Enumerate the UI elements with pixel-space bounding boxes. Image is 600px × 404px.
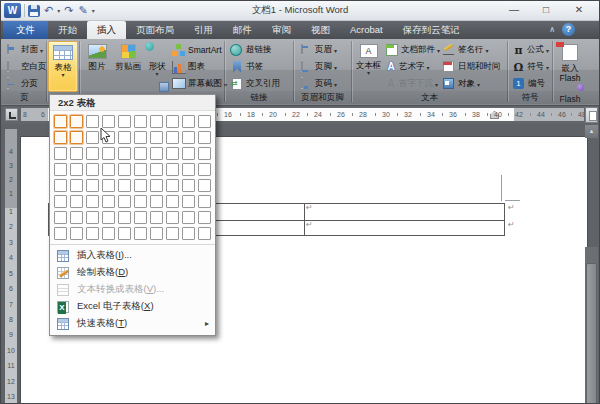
save-icon[interactable] (28, 5, 40, 17)
cover-page-button[interactable]: 封面 ▾ (3, 42, 49, 58)
table-grid-cell[interactable] (134, 227, 147, 240)
vertical-ruler[interactable]: 432112345678910111213 (5, 129, 17, 404)
table-grid-cell[interactable] (198, 131, 211, 144)
table-grid-cell[interactable] (150, 227, 163, 240)
clipart-button[interactable]: 剪贴画 (113, 41, 143, 92)
page-number-button[interactable]: 页码 ▾ (297, 76, 339, 92)
table-grid-cell[interactable] (102, 211, 115, 224)
table-grid-cell[interactable] (166, 195, 179, 208)
tab-stop-selector[interactable] (5, 108, 18, 121)
table-grid-cell[interactable] (102, 179, 115, 192)
signature-line-button[interactable]: 签名行 ▾ (440, 42, 503, 58)
tab-view[interactable]: 视图 (301, 21, 340, 39)
help-icon[interactable]: ? (562, 23, 575, 36)
table-grid-cell[interactable] (150, 131, 163, 144)
table-grid-cell[interactable] (70, 195, 83, 208)
table-grid-cell[interactable] (54, 195, 67, 208)
table-grid-cell[interactable] (198, 211, 211, 224)
table-grid-cell[interactable] (54, 179, 67, 192)
table-grid-cell[interactable] (134, 179, 147, 192)
table-grid-cell[interactable] (54, 163, 67, 176)
table-grid-cell[interactable] (86, 115, 99, 128)
wordart-button[interactable]: A 艺术字 ▾ (383, 59, 442, 75)
table-grid-cell[interactable] (118, 227, 131, 240)
table-grid-cell[interactable] (198, 179, 211, 192)
header-button[interactable]: 页眉 ▾ (297, 42, 339, 58)
tab-page-layout[interactable]: 页面布局 (126, 21, 184, 39)
table-grid-cell[interactable] (134, 211, 147, 224)
table-grid-cell[interactable] (166, 163, 179, 176)
table-grid-cell[interactable] (134, 195, 147, 208)
object-button[interactable]: 对象 ▾ (440, 76, 503, 92)
collapse-ribbon-icon[interactable]: ∧ (549, 25, 555, 34)
table-grid-cell[interactable] (134, 163, 147, 176)
scroll-up-button[interactable]: ▲ (585, 125, 598, 138)
undo-dropdown-arrow-icon[interactable]: ▾ (57, 7, 60, 14)
table-grid-cell[interactable] (150, 195, 163, 208)
table-grid-cell[interactable] (182, 163, 195, 176)
tab-acrobat[interactable]: Acrobat (340, 21, 393, 39)
tab-cloud-notes[interactable]: 保存到云笔记 (393, 21, 470, 39)
table-grid-cell[interactable] (54, 227, 67, 240)
table-grid-cell[interactable] (86, 163, 99, 176)
tab-references[interactable]: 引用 (184, 21, 223, 39)
table-grid-cell[interactable] (150, 147, 163, 160)
table-grid-cell[interactable] (102, 227, 115, 240)
table-grid-cell[interactable] (150, 163, 163, 176)
text-box-button[interactable]: A 文本框 ▾ (355, 41, 382, 92)
table-grid-cell[interactable] (86, 179, 99, 192)
close-button[interactable]: ✕ (564, 1, 594, 20)
table-grid-cell[interactable] (134, 147, 147, 160)
table-grid-cell[interactable] (54, 211, 67, 224)
table-grid-cell[interactable] (182, 195, 195, 208)
date-time-button[interactable]: 日期和时间 (440, 59, 503, 75)
table-grid-cell[interactable] (54, 131, 67, 144)
menu-item[interactable]: Excel 电子表格(X) (50, 298, 215, 315)
table-grid-cell[interactable] (166, 211, 179, 224)
tab-file[interactable]: 文件 (3, 21, 48, 39)
table-grid-cell[interactable] (118, 131, 131, 144)
table-grid-cell[interactable] (118, 115, 131, 128)
table-grid-cell[interactable] (118, 211, 131, 224)
table-grid-cell[interactable] (198, 115, 211, 128)
redo-button[interactable]: ↷ (63, 3, 74, 18)
table-grid-cell[interactable] (134, 115, 147, 128)
table-grid-cell[interactable] (166, 227, 179, 240)
table-grid-cell[interactable] (166, 179, 179, 192)
table-grid-cell[interactable] (102, 147, 115, 160)
tab-review[interactable]: 审阅 (262, 21, 301, 39)
bookmark-button[interactable]: 书签 (228, 59, 282, 75)
chart-button[interactable]: 图表 (170, 59, 229, 75)
table-grid-cell[interactable] (182, 147, 195, 160)
quick-parts-button[interactable]: 文档部件 ▾ (383, 42, 442, 58)
pen-addin-button[interactable]: ✎ (77, 3, 88, 18)
table-grid-cell[interactable] (182, 227, 195, 240)
equation-button[interactable]: π 公式 ▾ (510, 42, 551, 58)
customize-qat-arrow-icon[interactable]: ▾ (92, 7, 95, 14)
view-ruler-toggle-button[interactable] (585, 107, 598, 123)
table-grid-cell[interactable] (182, 115, 195, 128)
undo-button[interactable]: ↶ (43, 3, 54, 18)
cross-reference-button[interactable]: 交叉引用 (228, 76, 282, 92)
table-grid-cell[interactable] (70, 211, 83, 224)
table-grid-cell[interactable] (150, 179, 163, 192)
word-logo-icon[interactable]: W (4, 3, 21, 18)
table-grid-cell[interactable] (182, 211, 195, 224)
shapes-button[interactable]: 形状 ▾ (144, 41, 170, 92)
table-grid-cell[interactable] (86, 195, 99, 208)
table-grid-cell[interactable] (70, 163, 83, 176)
smartart-button[interactable]: SmartArt (170, 42, 229, 58)
footer-button[interactable]: 页脚 ▾ (297, 59, 339, 75)
symbol-button[interactable]: Ω 符号 ▾ (510, 59, 551, 75)
maximize-button[interactable]: □ (531, 1, 561, 20)
table-grid-cell[interactable] (54, 147, 67, 160)
screenshot-button[interactable]: 屏幕截图 ▾ (170, 76, 229, 92)
page-break-button[interactable]: 分页 (3, 76, 49, 92)
tab-home[interactable]: 开始 (48, 21, 87, 39)
numbering-button[interactable]: 1 编号 (510, 76, 551, 92)
table-grid-cell[interactable] (102, 195, 115, 208)
table-grid-cell[interactable] (166, 131, 179, 144)
tab-insert[interactable]: 插入 (87, 21, 126, 39)
table-grid-cell[interactable] (86, 211, 99, 224)
table-grid-cell[interactable] (182, 131, 195, 144)
